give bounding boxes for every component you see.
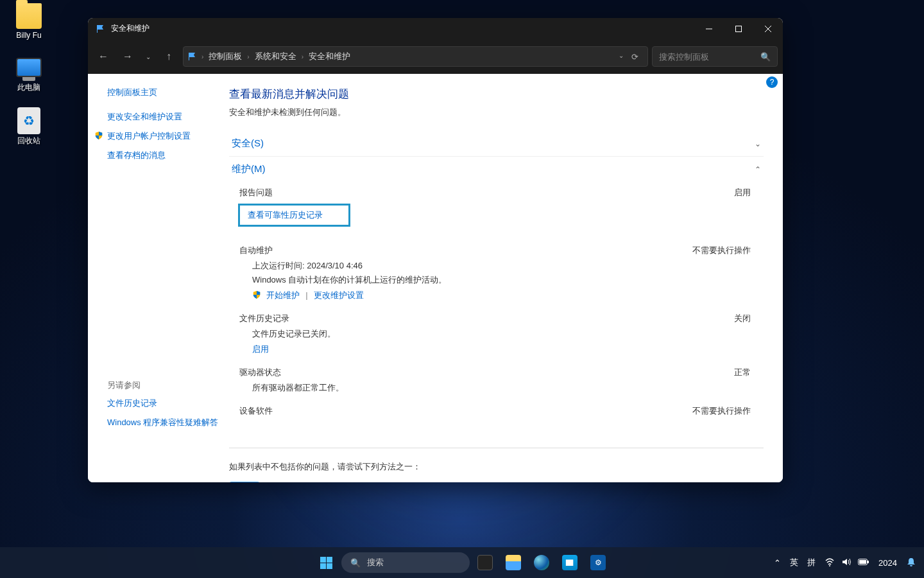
notifications-icon[interactable] [906,557,916,569]
last-run-line: 上次运行时间: 2024/3/10 4:46 [252,260,764,272]
chevron-down-icon: ⌄ [755,139,761,148]
search-input[interactable] [659,52,760,62]
taskbar-search[interactable]: 🔍 搜索 [341,552,470,573]
sidebar-link-change-uac[interactable]: 更改用户帐户控制设置 [107,130,223,142]
windows-logo-icon [320,557,332,569]
sidebar-home-link[interactable]: 控制面板主页 [107,87,223,98]
auto-maint-row: 自动维护 不需要执行操作 [239,245,764,256]
shield-icon [94,131,103,140]
recovery-row: 恢复(R) 恢复电脑而不影响文件，或者初始化电脑并重新开始。 [229,482,764,482]
content-area: 控制面板主页 更改安全和维护设置 更改用户帐户控制设置 查看存档的消息 另请参阅… [88,74,783,482]
section-title: 维护(M) [232,163,755,175]
file-history-row: 文件历史记录 关闭 [239,313,764,324]
ime-mode-pinyin[interactable]: 拼 [807,557,816,568]
explorer-icon [506,555,521,570]
up-button[interactable]: ↑ [158,46,179,67]
maximize-button[interactable] [724,18,753,39]
last-run-value: 2024/3/10 4:46 [307,261,363,270]
auto-maint-desc: Windows 自动计划在你的计算机上运行的维护活动。 [252,274,764,286]
flag-icon [96,24,106,34]
breadcrumb-segment[interactable]: 控制面板 [205,51,246,62]
report-label: 报告问题 [239,187,680,198]
drive-status: 正常 [680,367,764,378]
task-view-icon [477,555,493,570]
chevron-up-icon: ⌃ [755,165,761,174]
drive-desc: 所有驱动器都正常工作。 [252,382,764,394]
svg-rect-4 [868,561,869,563]
explorer-button[interactable] [501,550,526,575]
window-title: 安全和维护 [111,23,694,34]
refresh-button[interactable]: ⟳ [631,52,638,62]
chevron-right-icon: › [247,53,249,60]
folder-icon [16,3,42,29]
desktop-icon-this-pc[interactable]: 此电脑 [6,55,51,93]
forward-button[interactable]: → [117,46,138,67]
page-heading: 查看最新消息并解决问题 [229,87,764,101]
flag-icon [187,51,198,62]
start-button[interactable] [313,550,339,575]
auto-maint-status: 不需要执行操作 [680,245,764,256]
sidebar-link-change-security[interactable]: 更改安全和维护设置 [107,111,223,123]
sidebar-link-archived[interactable]: 查看存档的消息 [107,150,223,161]
address-dropdown[interactable]: ⌄ [619,52,624,62]
ime-language-en[interactable]: 英 [790,557,798,568]
navbar: ← → ⌄ ↑ › 控制面板 › 系统和安全 › 安全和维护 ⌄ ⟳ 🔍 [88,39,783,74]
recycle-icon: ♻ [17,107,40,134]
store-icon: ⯀ [562,555,578,570]
reliability-history-link[interactable]: 查看可靠性历史记录 [248,210,323,220]
main-pane: ? 查看最新消息并解决问题 安全和维护未检测到任何问题。 安全(S) ⌄ 维护(… [223,74,783,482]
drive-label: 驱动器状态 [239,367,680,378]
battery-icon[interactable] [858,558,869,568]
chevron-right-icon: › [302,53,304,60]
wifi-icon[interactable] [825,557,835,569]
recent-dropdown[interactable]: ⌄ [142,46,155,67]
control-panel-taskbar-button[interactable]: ⚙ [585,550,611,575]
taskbar: 🔍 搜索 ⯀ ⚙ ⌃ 英 拼 2024 [0,547,924,578]
sidebar: 控制面板主页 更改安全和维护设置 更改用户帐户控制设置 查看存档的消息 另请参阅… [88,74,223,482]
change-maint-link[interactable]: 更改维护设置 [314,290,364,300]
device-software-status: 不需要执行操作 [680,405,764,417]
see-also-compat[interactable]: Windows 程序兼容性疑难解答 [107,417,223,428]
close-button[interactable] [753,18,783,39]
maintenance-section-body: 报告问题 启用 查看可靠性历史记录 自动维护 不需要执行操作 上次运行时间: 2… [229,182,764,432]
drive-row: 驱动器状态 正常 [239,367,764,378]
task-view-button[interactable] [472,550,498,575]
desktop-icon-recycle-bin[interactable]: ♻ 回收站 [6,108,51,146]
section-title: 安全(S) [232,137,755,150]
volume-icon[interactable] [841,557,851,569]
file-history-enable-link[interactable]: 启用 [252,344,269,354]
titlebar[interactable]: 安全和维护 [88,18,783,39]
minimize-button[interactable] [694,18,724,39]
start-maint-link[interactable]: 开始维护 [266,290,300,300]
address-bar[interactable]: › 控制面板 › 系统和安全 › 安全和维护 ⌄ ⟳ [183,46,648,67]
desktop-icons: Billy Fu 此电脑 ♻ 回收站 [6,3,51,161]
file-history-status: 关闭 [680,313,764,324]
recovery-icon [229,482,260,482]
edge-button[interactable] [529,550,554,575]
footer-section: 如果列表中不包括你的问题，请尝试下列方法之一： 恢复(R) 恢复电脑而不影响文件… [229,448,764,482]
device-software-label: 设备软件 [239,405,680,417]
search-icon: 🔍 [350,558,361,568]
security-section-header[interactable]: 安全(S) ⌄ [229,131,764,156]
desktop-icon-folder[interactable]: Billy Fu [6,3,51,40]
control-panel-window: 安全和维护 ← → ⌄ ↑ › 控制面板 › 系统和安全 › 安全和维护 ⌄ ⟳… [88,18,783,482]
breadcrumb-segment[interactable]: 安全和维护 [305,51,354,62]
store-button[interactable]: ⯀ [557,550,583,575]
back-button[interactable]: ← [93,46,114,67]
separator: | [305,290,307,300]
svg-rect-0 [736,26,742,31]
recovery-link[interactable]: 恢复(R) [270,482,386,482]
file-history-desc: 文件历史记录已关闭。 [252,328,764,340]
breadcrumb-segment[interactable]: 系统和安全 [251,51,300,62]
taskbar-right: ⌃ 英 拼 2024 [774,557,924,569]
help-button[interactable]: ? [766,76,778,88]
taskbar-year[interactable]: 2024 [878,558,897,568]
see-also-file-history[interactable]: 文件历史记录 [107,398,223,409]
file-history-label: 文件历史记录 [239,313,680,324]
reliability-history-highlight: 查看可靠性历史记录 [238,204,350,227]
tray-overflow[interactable]: ⌃ [774,558,781,568]
search-box[interactable]: 🔍 [652,46,778,67]
chevron-right-icon: › [201,53,203,60]
taskbar-search-placeholder: 搜索 [367,557,384,568]
maintenance-section-header[interactable]: 维护(M) ⌃ [229,156,764,182]
